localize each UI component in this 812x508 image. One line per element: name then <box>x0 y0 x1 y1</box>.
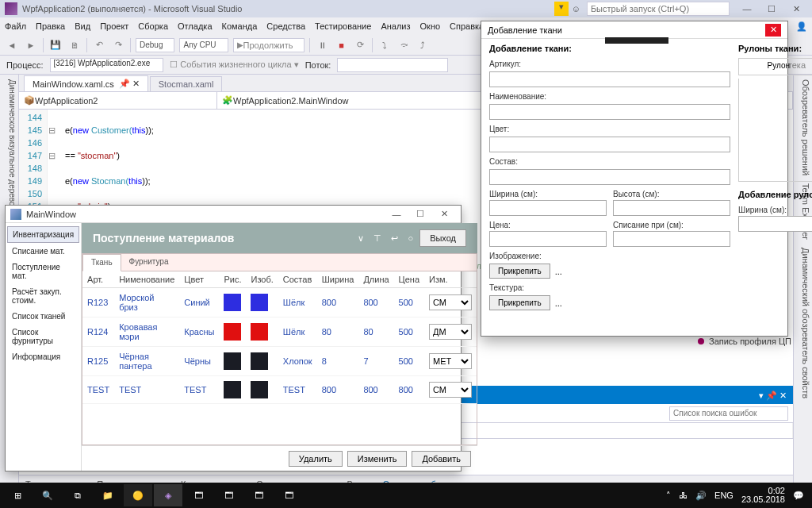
icon-t[interactable]: ⊤ <box>373 233 381 244</box>
menu-team[interactable]: Команда <box>222 21 258 31</box>
exit-button[interactable]: Выход <box>419 229 466 247</box>
platform-combo[interactable]: Any CPU <box>179 38 228 52</box>
side-accessories[interactable]: Список фурнитуры <box>7 325 79 348</box>
input-name[interactable] <box>489 104 730 120</box>
input-price[interactable] <box>489 231 607 247</box>
menu-file[interactable]: Файл <box>5 21 26 31</box>
pause-icon[interactable]: ⏸ <box>315 38 329 52</box>
side-inventarization[interactable]: Инвентаризация <box>7 226 79 243</box>
notify-flag-icon[interactable]: ▾ <box>554 2 569 16</box>
input-height[interactable] <box>613 200 730 216</box>
nav-fwd-icon[interactable]: ► <box>24 38 38 52</box>
taskbar-app1-icon[interactable]: 🗔 <box>184 484 213 506</box>
undo-icon[interactable]: ↶ <box>92 38 106 52</box>
attach-image-button[interactable]: Прикрепить <box>489 264 550 279</box>
menu-help[interactable]: Справка <box>450 21 484 31</box>
unit-select[interactable]: СМ <box>429 294 472 310</box>
input-writeoff[interactable] <box>613 231 730 247</box>
menu-view[interactable]: Вид <box>75 21 90 31</box>
menu-analyze[interactable]: Анализ <box>381 21 410 31</box>
tab-mainwindow-cs[interactable]: MainWindow.xaml.cs 📌 ✕ <box>24 75 148 91</box>
step-into-icon[interactable]: ⤵ <box>377 38 392 52</box>
errorlist-search-input[interactable] <box>669 406 788 421</box>
side-fabrics[interactable]: Список тканей <box>7 309 79 324</box>
tray-volume-icon[interactable]: 🔊 <box>695 491 707 501</box>
step-over-icon[interactable]: ⤼ <box>396 38 411 52</box>
input-comp[interactable] <box>489 169 730 185</box>
menu-project[interactable]: Проект <box>100 21 128 31</box>
close-icon[interactable]: ✕ <box>785 4 807 14</box>
materials-table[interactable]: Арт.НименованиеЦвет Рис.Изоб.Состав Шири… <box>82 271 477 404</box>
restart-icon[interactable]: ⟳ <box>353 38 367 52</box>
unit-select[interactable]: СМ <box>429 382 472 398</box>
menu-test[interactable]: Тестирование <box>315 21 371 31</box>
lifecycle-combo[interactable]: ☐ События жизненного цикла ▾ <box>170 60 298 70</box>
input-article[interactable] <box>489 71 730 87</box>
stop-icon[interactable]: ■ <box>334 38 348 52</box>
menu-debug[interactable]: Отладка <box>178 21 212 31</box>
mw-maximize-icon[interactable]: ☐ <box>408 209 432 219</box>
tray-notifications-icon[interactable]: 💬 <box>793 491 804 501</box>
attach-texture-button[interactable]: Прикрепить <box>489 295 550 310</box>
continue-button[interactable]: ▶ Продолжить <box>233 38 305 52</box>
minimize-icon[interactable]: — <box>736 4 758 13</box>
mw-minimize-icon[interactable]: — <box>385 210 408 219</box>
nav-back-icon[interactable]: ◄ <box>5 38 19 52</box>
tab-stocman-xaml[interactable]: Stocman.xaml <box>150 76 223 91</box>
process-combo[interactable]: [3216] WpfApplication2.exe <box>50 58 164 72</box>
maximize-icon[interactable]: ☐ <box>760 4 783 14</box>
start-button[interactable]: ⊞ <box>3 484 32 506</box>
menu-build[interactable]: Сборка <box>138 21 168 31</box>
nav-project-combo[interactable]: 📦 WpfApplication2 <box>19 92 217 109</box>
rolls-grid[interactable] <box>738 79 812 182</box>
icon-v[interactable]: ∨ <box>358 233 364 244</box>
delete-button[interactable]: Удалить <box>289 451 343 467</box>
tab-fabric[interactable]: Ткань <box>82 254 121 271</box>
taskview-icon[interactable]: ⧉ <box>63 484 92 506</box>
config-combo[interactable]: Debug <box>136 38 174 52</box>
side-calc[interactable]: Расчёт закуп. стоим. <box>7 284 79 308</box>
taskbar-app4-icon[interactable]: 🗔 <box>274 484 303 506</box>
explorer-icon[interactable]: 📁 <box>94 484 122 506</box>
mw-close-icon[interactable]: ✕ <box>432 209 456 219</box>
feedback-icon[interactable]: ☺ <box>572 4 580 13</box>
tray-chevron-icon[interactable]: ˄ <box>666 491 671 501</box>
menu-edit[interactable]: Правка <box>36 21 65 31</box>
redo-icon[interactable]: ↷ <box>111 38 125 52</box>
input-width[interactable] <box>489 200 607 216</box>
save-icon[interactable]: 💾 <box>48 38 63 52</box>
step-out-icon[interactable]: ⤴ <box>416 38 430 52</box>
tray-network-icon[interactable]: 🖧 <box>679 491 688 500</box>
save-all-icon[interactable]: 🗎 <box>67 38 82 52</box>
icon-j[interactable]: ↩ <box>391 233 398 244</box>
thread-combo[interactable] <box>337 58 448 72</box>
dlg-close-icon[interactable]: ✕ <box>765 24 781 37</box>
taskbar-app2-icon[interactable]: 🗔 <box>214 484 243 506</box>
input-roll-width[interactable] <box>738 216 812 232</box>
input-color[interactable] <box>489 137 730 152</box>
table-row[interactable]: R124Кровавая мэриКрасныШёлк8080500ДМ <box>82 318 477 347</box>
side-info[interactable]: Информация <box>7 349 79 364</box>
tray-lang[interactable]: ENG <box>714 491 733 500</box>
menu-window[interactable]: Окно <box>420 21 441 31</box>
menu-tools[interactable]: Средства <box>266 21 305 31</box>
add-button[interactable]: Добавить <box>412 451 471 467</box>
search-icon[interactable]: 🔍 <box>33 484 62 506</box>
quick-launch-input[interactable] <box>587 2 730 16</box>
pin-icon[interactable]: ▾ 📌 ✕ <box>759 391 787 401</box>
icon-o[interactable]: ○ <box>408 233 413 244</box>
tab-accessory[interactable]: Фурнитура <box>121 254 177 271</box>
browser-icon[interactable]: 🟡 <box>124 484 152 506</box>
table-row[interactable]: R125Чёрная пантераЧёрныХлопок87500МЕТ <box>82 347 477 376</box>
unit-select[interactable]: ДМ <box>429 324 472 340</box>
side-income[interactable]: Поступление мат. <box>7 260 79 283</box>
taskbar-vs-icon[interactable]: ◈ <box>154 484 182 506</box>
table-row[interactable]: R123Морской бризСинийШёлк800800500СМ <box>82 288 477 318</box>
unit-select[interactable]: МЕТ <box>429 353 472 369</box>
table-row[interactable]: TESTTESTTESTTEST800800800СМ <box>82 376 477 404</box>
sign-in-icon[interactable]: 👤 <box>796 21 807 32</box>
taskbar-app3-icon[interactable]: 🗔 <box>244 484 273 506</box>
tray-clock[interactable]: 0:0223.05.2018 <box>741 487 785 504</box>
edit-button[interactable]: Изменить <box>347 451 408 467</box>
side-writeoff[interactable]: Списание мат. <box>7 244 79 259</box>
